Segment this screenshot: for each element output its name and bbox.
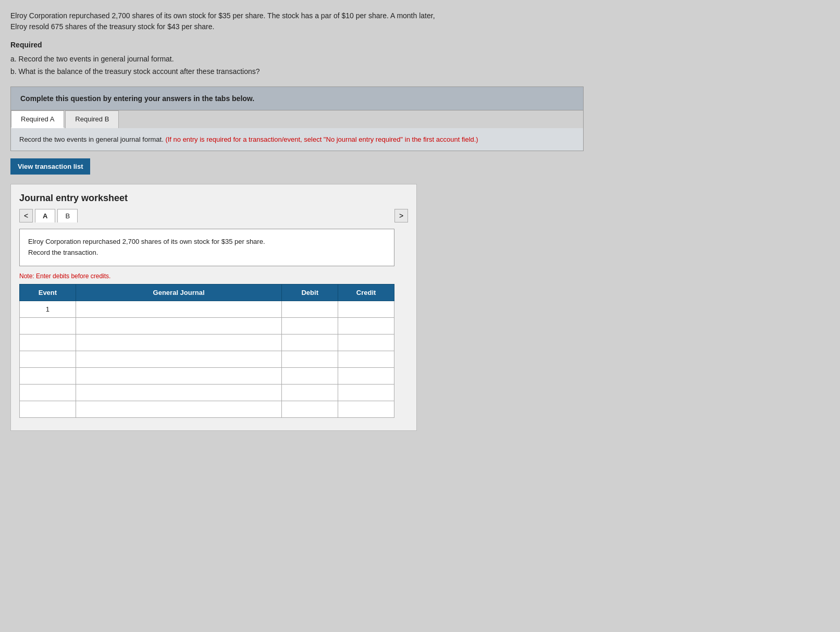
chevron-left-icon: <: [24, 212, 28, 220]
journal-input-0[interactable]: [76, 301, 281, 317]
scenario-line1: Elroy Corporation repurchased 2,700 shar…: [28, 237, 386, 247]
credit-input-1[interactable]: [338, 318, 394, 334]
col-debit-header: Debit: [282, 284, 338, 301]
description-line2: Elroy resold 675 shares of the treasury …: [10, 22, 214, 31]
table-row: [20, 401, 394, 417]
worksheet-tabs-row: < A B >: [19, 209, 408, 222]
scenario-box: Elroy Corporation repurchased 2,700 shar…: [19, 229, 394, 266]
view-btn-row: View transaction list: [10, 151, 584, 182]
debit-input-5[interactable]: [282, 385, 338, 401]
journal-cell-0[interactable]: [76, 301, 281, 317]
event-cell-2: [20, 334, 76, 351]
col-journal-header: General Journal: [76, 284, 281, 301]
journal-input-2[interactable]: [76, 334, 281, 351]
debit-cell-2[interactable]: [282, 334, 338, 351]
credit-input-6[interactable]: [338, 401, 394, 417]
debit-cell-6[interactable]: [282, 401, 338, 417]
event-cell-3: [20, 351, 76, 367]
table-row: [20, 351, 394, 367]
worksheet-title: Journal entry worksheet: [19, 193, 408, 204]
debit-input-3[interactable]: [282, 351, 338, 367]
debit-cell-5[interactable]: [282, 384, 338, 401]
col-credit-header: Credit: [338, 284, 394, 301]
credit-input-5[interactable]: [338, 385, 394, 401]
debit-input-1[interactable]: [282, 318, 338, 334]
req-a: a. Record the two events in general jour…: [10, 53, 830, 66]
credit-input-3[interactable]: [338, 351, 394, 367]
instruction-parenthetical: (If no entry is required for a transacti…: [165, 135, 478, 143]
chevron-left-button[interactable]: <: [19, 209, 33, 222]
debit-input-0[interactable]: [282, 301, 338, 317]
note-text: Note: Enter debits before credits.: [19, 272, 408, 280]
journal-cell-3[interactable]: [76, 351, 281, 367]
ws-tab-a[interactable]: A: [35, 209, 55, 222]
chevron-right-button[interactable]: >: [394, 209, 408, 222]
journal-input-5[interactable]: [76, 385, 281, 401]
problem-description: Elroy Corporation repurchased 2,700 shar…: [10, 10, 584, 32]
table-row: [20, 367, 394, 384]
debit-cell-0[interactable]: [282, 301, 338, 317]
journal-table: Event General Journal Debit Credit 1: [19, 284, 394, 418]
ws-tab-b[interactable]: B: [57, 209, 78, 222]
credit-input-0[interactable]: [338, 301, 394, 317]
col-event-header: Event: [20, 284, 76, 301]
credit-cell-0[interactable]: [338, 301, 394, 317]
debit-cell-3[interactable]: [282, 351, 338, 367]
credit-input-4[interactable]: [338, 368, 394, 384]
event-cell-0: 1: [20, 301, 76, 317]
journal-input-1[interactable]: [76, 318, 281, 334]
tab-required-b[interactable]: Required B: [65, 110, 119, 128]
journal-cell-1[interactable]: [76, 317, 281, 334]
sub-requirements: a. Record the two events in general jour…: [10, 53, 830, 78]
debit-input-2[interactable]: [282, 334, 338, 351]
event-cell-5: [20, 384, 76, 401]
tabs-row: Required A Required B: [10, 110, 584, 128]
table-row: [20, 334, 394, 351]
credit-cell-5[interactable]: [338, 384, 394, 401]
required-label: Required: [10, 41, 830, 49]
credit-cell-3[interactable]: [338, 351, 394, 367]
tab-required-a[interactable]: Required A: [11, 110, 64, 128]
table-row: [20, 384, 394, 401]
journal-cell-6[interactable]: [76, 401, 281, 417]
journal-input-6[interactable]: [76, 401, 281, 417]
chevron-right-icon: >: [399, 212, 403, 220]
journal-cell-5[interactable]: [76, 384, 281, 401]
journal-cell-2[interactable]: [76, 334, 281, 351]
description-line1: Elroy Corporation repurchased 2,700 shar…: [10, 11, 435, 20]
journal-input-4[interactable]: [76, 368, 281, 384]
view-transaction-list-button[interactable]: View transaction list: [10, 158, 90, 175]
complete-text: Complete this question by entering your …: [20, 94, 574, 103]
credit-cell-1[interactable]: [338, 317, 394, 334]
credit-cell-4[interactable]: [338, 367, 394, 384]
instruction-main: Record the two events in general journal…: [19, 135, 164, 143]
scenario-line2: Record the transaction.: [28, 247, 386, 258]
debit-input-4[interactable]: [282, 368, 338, 384]
debit-cell-1[interactable]: [282, 317, 338, 334]
credit-input-2[interactable]: [338, 334, 394, 351]
journal-input-3[interactable]: [76, 351, 281, 367]
table-row: [20, 317, 394, 334]
table-row: 1: [20, 301, 394, 317]
credit-cell-6[interactable]: [338, 401, 394, 417]
worksheet-container: Journal entry worksheet < A B > Elroy Co…: [10, 184, 417, 431]
req-b: b. What is the balance of the treasury s…: [10, 66, 830, 78]
debit-input-6[interactable]: [282, 401, 338, 417]
journal-cell-4[interactable]: [76, 367, 281, 384]
debit-cell-4[interactable]: [282, 367, 338, 384]
event-cell-6: [20, 401, 76, 417]
credit-cell-2[interactable]: [338, 334, 394, 351]
event-cell-4: [20, 367, 76, 384]
event-cell-1: [20, 317, 76, 334]
complete-box: Complete this question by entering your …: [10, 86, 584, 110]
instruction-box: Record the two events in general journal…: [10, 128, 584, 152]
